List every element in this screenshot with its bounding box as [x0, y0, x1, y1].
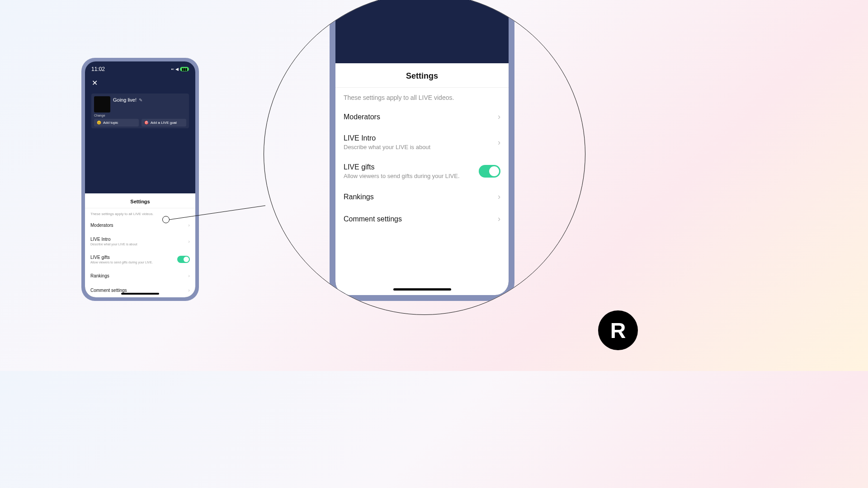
statusbar-time: 11:02: [91, 66, 105, 72]
smiley-icon: 😊: [97, 121, 101, 125]
chevron-right-icon: ›: [498, 214, 500, 224]
statusbar: 11:02 ▪▫ ◀ ▮▮▮: [85, 61, 195, 74]
settings-title: Settings: [335, 63, 509, 88]
row-live-intro[interactable]: LIVE Intro Describe what your LIVE is ab…: [335, 126, 509, 155]
row-live-gifts-title: LIVE gifts: [90, 255, 175, 260]
row-moderators[interactable]: Moderators ›: [335, 104, 509, 126]
phone-dark-header: [335, 0, 509, 63]
row-rankings-title: Rankings: [344, 193, 493, 201]
row-live-gifts: LIVE gifts Allow viewers to send gifts d…: [85, 250, 195, 268]
phone-mock-large: Settings These settings apply to all LIV…: [330, 0, 514, 301]
row-live-intro-sub: Describe what your LIVE is about: [344, 144, 493, 150]
chevron-right-icon: ›: [498, 192, 500, 202]
statusbar-icons: ▪▫ ◀ ▮▮▮: [171, 67, 189, 71]
row-comment-settings-title: Comment settings: [90, 288, 185, 293]
settings-sheet-large: Settings These settings apply to all LIV…: [335, 63, 509, 295]
live-title[interactable]: Going live!: [113, 97, 137, 103]
row-live-intro-title: LIVE Intro: [344, 134, 493, 142]
signal-icon: ▪▫: [171, 67, 174, 71]
live-setup-card: Change Going live! ✎ 😊 Add topic 🎯 Add a…: [91, 94, 189, 128]
row-live-intro-title: LIVE Intro: [90, 237, 185, 242]
callout-line-icon: [170, 206, 267, 224]
row-rankings[interactable]: Rankings ›: [85, 268, 195, 283]
phone-screen-small: 11:02 ▪▫ ◀ ▮▮▮ ✕ Change Going live! ✎: [85, 61, 195, 297]
phone-screen-large: Settings These settings apply to all LIV…: [335, 0, 509, 295]
row-moderators-title: Moderators: [344, 113, 493, 121]
target-icon: 🎯: [144, 121, 149, 125]
add-live-goal-label: Add a LIVE goal: [151, 121, 177, 125]
chevron-right-icon: ›: [498, 138, 500, 147]
row-live-gifts-sub: Allow viewers to send gifts during your …: [90, 261, 175, 264]
live-gifts-toggle[interactable]: [177, 256, 190, 263]
add-topic-chip[interactable]: 😊 Add topic: [94, 119, 139, 127]
row-live-gifts-sub: Allow viewers to send gifts during your …: [344, 173, 474, 179]
home-indicator: [121, 293, 159, 295]
battery-icon: ▮▮▮: [180, 67, 189, 71]
svg-line-0: [170, 206, 265, 220]
brand-logo: R: [598, 310, 638, 350]
chevron-right-icon: ›: [188, 287, 190, 293]
chevron-right-icon: ›: [498, 112, 500, 122]
chevron-right-icon: ›: [188, 273, 190, 278]
row-live-intro[interactable]: LIVE Intro Describe what your LIVE is ab…: [85, 232, 195, 250]
add-topic-label: Add topic: [103, 121, 118, 125]
brand-logo-letter: R: [610, 318, 626, 343]
live-cover-thumbnail[interactable]: Change: [94, 96, 110, 113]
row-live-gifts-title: LIVE gifts: [344, 163, 474, 171]
add-live-goal-chip[interactable]: 🎯 Add a LIVE goal: [142, 119, 186, 127]
settings-note: These settings apply to all LIVE videos.: [335, 88, 509, 104]
edit-icon[interactable]: ✎: [139, 98, 142, 103]
callout-marker-icon: [162, 216, 170, 223]
change-cover-label[interactable]: Change: [94, 114, 105, 117]
wifi-icon: ◀: [175, 67, 179, 71]
row-rankings-title: Rankings: [90, 273, 185, 278]
row-live-intro-sub: Describe what your LIVE is about: [90, 243, 185, 246]
row-comment-settings-title: Comment settings: [344, 215, 493, 223]
row-comment-settings[interactable]: Comment settings ›: [335, 206, 509, 228]
close-icon[interactable]: ✕: [92, 79, 98, 87]
live-gifts-toggle[interactable]: [479, 165, 500, 178]
phone-mock-small: 11:02 ▪▫ ◀ ▮▮▮ ✕ Change Going live! ✎: [81, 58, 199, 301]
row-live-gifts: LIVE gifts Allow viewers to send gifts d…: [335, 155, 509, 184]
chevron-right-icon: ›: [188, 239, 190, 244]
close-row: ✕: [85, 74, 195, 91]
row-comment-settings[interactable]: Comment settings ›: [85, 283, 195, 297]
home-indicator: [393, 288, 451, 291]
row-rankings[interactable]: Rankings ›: [335, 184, 509, 206]
zoom-callout-circle: Settings These settings apply to all LIV…: [264, 0, 585, 315]
